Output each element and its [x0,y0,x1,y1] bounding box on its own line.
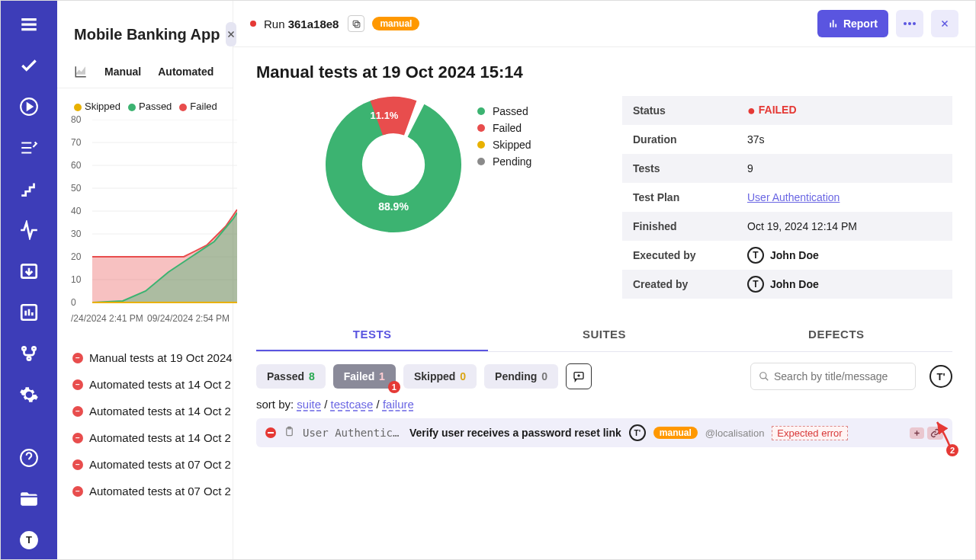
test-plan-link[interactable]: User Authentication [747,191,840,203]
donut-failed-label: 11.1% [371,110,399,121]
info-row-status: Status● FAILED [622,96,952,125]
main-panel: Run 361a18e8 manual Report Manual tests … [233,1,975,559]
y-tick: 30 [71,229,81,239]
sort-suite[interactable]: suite [297,398,321,411]
run-item-label: Manual tests at 19 Oct 2024 [89,351,233,364]
legend-passed: Passed [139,101,172,112]
menu-icon[interactable] [19,14,39,34]
info-row-tests: Tests9 [622,154,952,183]
y-tick: 20 [71,251,81,262]
play-circle-icon[interactable] [19,97,39,117]
legend-skipped: Skipped [85,101,120,112]
help-icon[interactable] [19,448,39,468]
project-title: Mobile Banking App [74,26,220,43]
fail-status-icon [265,427,276,438]
search-input[interactable] [774,370,907,382]
run-list-item[interactable]: −Automated tests at 14 Oct 2 [72,431,233,444]
svg-point-23 [913,22,916,25]
run-list-item[interactable]: −Automated tests at 14 Oct 2 [72,405,233,418]
sort-testcase[interactable]: testcase [331,398,374,411]
y-tick: 70 [71,137,81,148]
run-item-label: Automated tests at 14 Oct 2 [89,378,231,391]
sort-by: sort by: suite / testcase / failure [256,398,952,411]
info-row-finished: FinishedOct 19, 2024 12:14 PM [622,212,952,241]
x-tick: /24/2024 2:41 PM [71,313,143,324]
report-button[interactable]: Report [817,10,888,37]
more-button[interactable] [896,10,923,37]
svg-point-3 [22,347,25,350]
close-button[interactable] [931,10,958,37]
page-title: Manual tests at 19 Oct 2024 15:14 [256,62,952,82]
info-row-testplan: Test PlanUser Authentication [622,183,952,212]
run-list-item[interactable]: −Automated tests at 07 Oct 2 [72,458,233,471]
sidebar-trend-chart: 0 10 20 30 40 50 60 70 80 /24/2 [71,120,233,310]
activity-icon[interactable] [19,220,39,240]
check-icon[interactable] [19,56,39,75]
test-tag: @localisation [705,427,765,439]
y-tick: 40 [71,206,81,216]
folder-icon[interactable] [19,489,39,509]
tab-suites[interactable]: SUITES [488,320,720,351]
donut-passed-label: 88.9% [378,200,409,213]
filter-skipped[interactable]: Skipped 0 [403,364,477,389]
filter-pending[interactable]: Pending 0 [484,364,558,389]
info-row-executedby: Executed byTJohn Doe [622,241,952,270]
legend-label: Failed [493,122,522,134]
steps-icon[interactable] [19,179,39,199]
link-icon[interactable] [927,427,943,440]
donut-legend: Passed Failed Skipped Pending [477,96,531,168]
user-avatar-icon: T [747,247,764,264]
run-info-table: Status● FAILED Duration37s Tests9 Test P… [622,96,952,299]
legend-label: Passed [493,105,528,117]
brand-logo-icon[interactable]: T [19,530,39,550]
run-list-item[interactable]: −Automated tests at 07 Oct 2 [72,485,233,498]
legend-failed: Failed [190,101,217,112]
brand-round-icon[interactable]: T' [929,365,952,388]
search-icon [759,371,769,382]
test-title: Verify user receives a password reset li… [409,427,621,439]
svg-point-22 [908,22,911,25]
add-link-button[interactable] [910,427,924,439]
y-tick: 10 [71,274,81,285]
sort-failure[interactable]: failure [383,398,414,411]
import-icon[interactable] [19,261,39,281]
sidebar-tab-manual[interactable]: Manual [104,66,141,78]
bar-chart-icon[interactable] [19,302,39,322]
svg-text:T: T [26,534,32,546]
status-dot-icon [250,21,256,27]
error-tag: Expected error [772,426,847,440]
sidebar-tab-automated[interactable]: Automated [158,66,214,78]
filter-failed[interactable]: Failed 11 [333,364,396,389]
y-tick: 50 [71,183,81,194]
user-avatar-icon: T [747,276,764,293]
copy-button[interactable] [348,15,364,32]
run-id-label: Run 361a18e8 [264,18,339,30]
filter-passed[interactable]: Passed 8 [256,364,326,389]
branch-icon[interactable] [19,344,39,363]
y-tick: 80 [71,114,81,125]
run-list-item[interactable]: −Manual tests at 19 Oct 2024 [72,351,233,364]
search-box[interactable] [750,363,916,390]
sidebar-chart-legend: Skipped Passed Failed [57,88,233,117]
info-row-createdby: Created byTJohn Doe [622,270,952,299]
y-tick: 60 [71,160,81,171]
checklist-icon[interactable] [19,138,39,158]
topbar: Run 361a18e8 manual Report [233,1,975,47]
svg-point-4 [32,347,35,350]
info-row-duration: Duration37s [622,125,952,154]
test-result-row[interactable]: User Authentica… Verify user receives a … [256,418,952,447]
sidebar: Mobile Banking App Manual Automated Skip… [57,1,233,559]
area-chart-icon[interactable] [74,65,88,78]
manual-badge-small: manual [653,427,698,439]
run-item-label: Automated tests at 07 Oct 2 [89,458,231,471]
gear-icon[interactable] [19,385,39,405]
tab-tests[interactable]: TESTS [256,320,488,351]
brand-mini-icon: T' [629,424,646,441]
svg-point-21 [904,22,907,25]
y-tick: 0 [71,297,76,308]
tab-defects[interactable]: DEFECTS [721,320,952,351]
clipboard-icon [284,426,295,440]
run-list-item[interactable]: −Automated tests at 14 Oct 2 [72,378,233,391]
add-comment-button[interactable] [566,363,592,389]
svg-point-5 [27,357,30,360]
